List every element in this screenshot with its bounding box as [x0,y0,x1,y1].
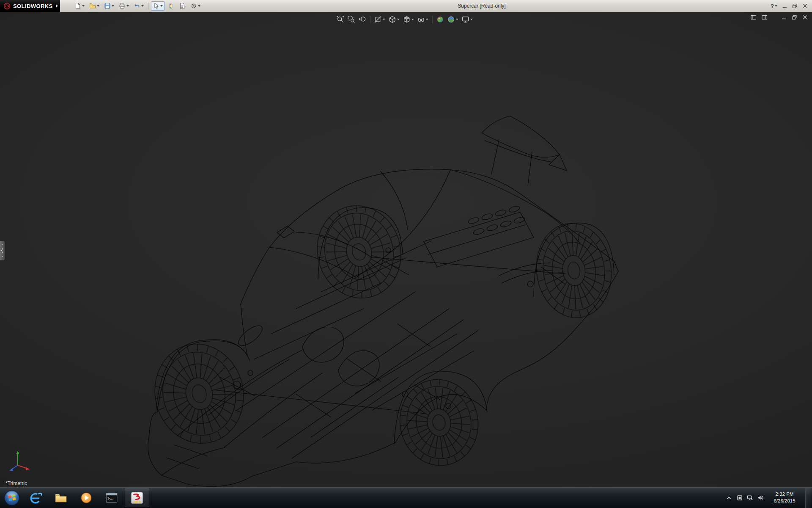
minimize-icon [782,3,787,8]
featuremanager-flyout-tab[interactable] [0,241,5,260]
open-folder-icon [89,3,96,9]
graphics-viewport[interactable]: *Trimetric [0,12,812,487]
reference-triad [7,447,34,475]
heads-up-view-toolbar [334,14,475,25]
minimize-window-button[interactable] [782,3,787,8]
undo-icon [134,3,140,9]
taskbar-command-prompt[interactable] [99,489,124,507]
title-bar: SOLIDWORKS [0,0,812,12]
options-dropdown-icon[interactable] [198,5,200,7]
solidworks-logo-icon [3,2,11,10]
save-icon [104,3,111,9]
print-button[interactable] [117,1,131,11]
view-settings-icon [462,16,469,23]
view-settings-button[interactable] [461,15,474,24]
system-tray: 2:32 PM 6/26/2015 [726,488,812,508]
quick-access-toolbar [73,0,202,12]
view-orientation-label: *Trimetric [5,480,27,486]
internet-explorer-icon [29,491,42,505]
apply-scene-dropdown-icon[interactable] [456,19,458,20]
section-view-dropdown-icon[interactable] [383,19,385,20]
options-button[interactable] [189,1,202,11]
split-pane-left-icon[interactable] [751,15,757,20]
taskbar-windows-explorer[interactable] [49,489,73,507]
print-dropdown-icon[interactable] [126,5,129,7]
show-desktop-button[interactable] [805,488,811,508]
taskbar-solidworks-2015[interactable]: 2015 [125,489,149,507]
toolbar-separator [370,16,370,23]
close-document-icon[interactable] [802,15,808,20]
previous-view-icon [359,16,366,23]
restore-window-button[interactable] [792,3,798,8]
folder-explorer-icon [54,491,68,505]
apply-scene-button[interactable] [447,15,459,24]
show-hidden-icons-button[interactable] [726,496,732,500]
save-button[interactable] [102,1,116,11]
close-window-button[interactable] [802,3,808,8]
file-properties-icon [179,3,186,9]
rebuild-traffic-light-icon [167,3,174,9]
menu-expand-icon[interactable] [56,4,58,8]
taskbar-clock[interactable]: 2:32 PM 6/26/2015 [769,491,800,504]
car-wheels-wireframe [145,196,617,473]
zoom-to-area-button[interactable] [347,15,356,24]
network-icon[interactable] [747,495,753,501]
edit-appearance-ball-icon [436,16,444,23]
minimize-document-icon[interactable] [781,15,787,20]
wireframe-supercar-model[interactable] [0,12,812,487]
select-dropdown-icon[interactable] [160,5,163,7]
view-orientation-cube-icon [389,16,396,23]
x-axis-arrow [26,467,30,470]
volume-icon[interactable] [757,495,764,501]
previous-view-button[interactable] [358,15,367,24]
tray-icons [737,495,764,501]
hide-show-glasses-icon [417,16,425,23]
undo-dropdown-icon[interactable] [141,5,144,7]
solidworks-menu-button[interactable]: SOLIDWORKS [0,0,60,12]
split-pane-right-icon[interactable] [762,15,768,20]
display-style-dropdown-icon[interactable] [411,19,414,20]
view-orientation-dropdown-icon[interactable] [397,19,400,20]
undo-button[interactable] [132,1,145,11]
help-button[interactable]: ? [771,3,777,9]
open-dropdown-icon[interactable] [97,5,99,7]
solidworks-2015-icon: 2015 [130,491,144,505]
toolbar-separator [432,16,433,23]
hide-show-dropdown-icon[interactable] [426,19,428,20]
solidworks-badge-text: 2015 [133,500,141,504]
zoom-to-fit-icon [337,16,344,23]
clock-time: 2:32 PM [769,491,800,498]
help-dropdown-icon[interactable] [775,5,777,7]
hide-show-items-button[interactable] [417,15,429,24]
new-document-button[interactable] [73,1,86,11]
display-style-button[interactable] [402,15,415,24]
select-button[interactable] [151,1,165,11]
view-orientation-button[interactable] [388,15,401,24]
x-axis [18,465,27,469]
section-view-button[interactable] [373,15,386,24]
print-icon [119,3,126,9]
file-properties-button[interactable] [177,1,187,11]
section-view-icon [374,16,382,23]
taskbar-internet-explorer[interactable] [23,489,48,507]
select-cursor-icon [153,3,159,9]
brand-text: SOLIDWORKS [13,3,53,9]
open-document-button[interactable] [88,1,101,11]
tray-app-icon[interactable] [737,495,743,501]
save-dropdown-icon[interactable] [112,5,114,7]
new-document-icon [74,3,81,9]
rebuild-button[interactable] [166,1,176,11]
display-style-icon [403,16,411,23]
zoom-to-fit-button[interactable] [336,15,345,24]
new-dropdown-icon[interactable] [82,5,85,7]
edit-appearance-button[interactable] [436,15,445,24]
solidworks-application-window: SOLIDWORKS [0,0,812,508]
restore-document-icon[interactable] [792,15,797,20]
start-button[interactable] [1,488,23,508]
close-icon [802,3,808,8]
y-axis-arrow [16,451,19,454]
view-settings-dropdown-icon[interactable] [470,19,473,20]
document-window-controls [751,15,808,20]
taskbar-media-player[interactable] [74,489,99,507]
apply-scene-icon [447,16,455,23]
